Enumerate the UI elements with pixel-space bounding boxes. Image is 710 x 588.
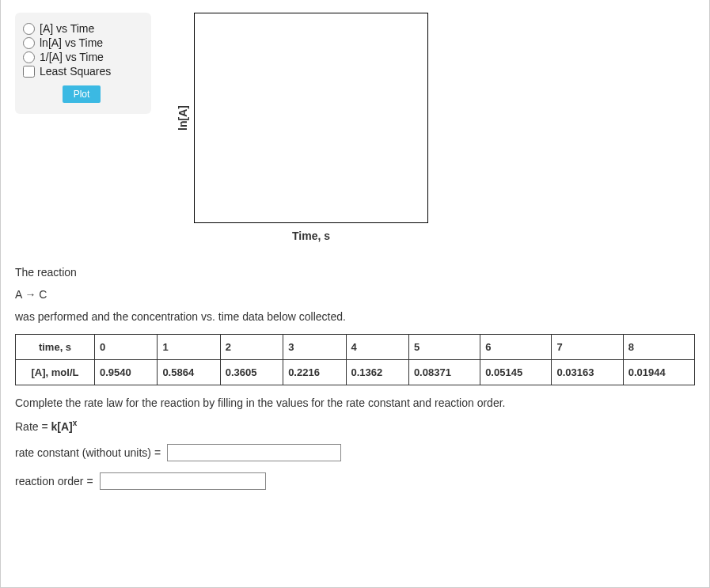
conc-cell: 0.1362 xyxy=(346,360,408,385)
checkbox-least-squares[interactable] xyxy=(23,66,35,78)
conc-cell: 0.05145 xyxy=(480,360,552,385)
radio-lna-label: ln[A] vs Time xyxy=(40,36,103,49)
chart-xlabel: Time, s xyxy=(194,230,428,242)
plot-controls-panel: [A] vs Time ln[A] vs Time 1/[A] vs Time … xyxy=(15,13,151,114)
rate-constant-row: rate constant (without units) = xyxy=(15,444,695,461)
checkbox-ls-label: Least Squares xyxy=(40,65,111,78)
intro-line-2: was performed and the concentration vs. … xyxy=(15,310,695,323)
conc-cell: 0.9540 xyxy=(95,360,158,385)
time-cell: 2 xyxy=(220,335,283,360)
rate-law-sup: x xyxy=(73,419,78,427)
conc-cell: 0.01944 xyxy=(623,360,694,385)
conc-cell: 0.2216 xyxy=(283,360,346,385)
rate-law-prefix: Rate = xyxy=(15,420,51,433)
table-row-time: time, s 0 1 2 3 4 5 6 7 8 xyxy=(16,335,695,360)
rate-law-k: k[A] xyxy=(51,420,73,433)
intro-line-1: The reaction xyxy=(15,266,695,279)
row-header-time: time, s xyxy=(16,335,95,360)
conc-cell: 0.5864 xyxy=(158,360,220,385)
radio-row-a: [A] vs Time xyxy=(23,22,140,35)
row-header-conc: [A], mol/L xyxy=(16,360,95,385)
plot-box xyxy=(194,13,428,223)
time-cell: 8 xyxy=(623,335,694,360)
reaction-equation: A → C xyxy=(15,288,695,301)
radio-inva-label: 1/[A] vs Time xyxy=(40,51,104,63)
time-cell: 0 xyxy=(95,335,158,360)
radio-row-lna: ln[A] vs Time xyxy=(23,36,140,49)
radio-a-vs-time[interactable] xyxy=(23,23,35,35)
top-row: [A] vs Time ln[A] vs Time 1/[A] vs Time … xyxy=(15,13,695,242)
conc-cell: 0.3605 xyxy=(220,360,283,385)
time-cell: 3 xyxy=(283,335,346,360)
time-cell: 5 xyxy=(408,335,480,360)
equals-sign: = xyxy=(86,475,93,487)
rate-constant-input[interactable] xyxy=(167,444,341,461)
conc-cell: 0.08371 xyxy=(408,360,480,385)
time-cell: 4 xyxy=(346,335,408,360)
problem-container: [A] vs Time ln[A] vs Time 1/[A] vs Time … xyxy=(0,0,710,588)
checkbox-row-ls: Least Squares xyxy=(23,65,140,78)
radio-a-label: [A] vs Time xyxy=(40,22,94,35)
radio-row-inva: 1/[A] vs Time xyxy=(23,51,140,63)
rate-law-formula: Rate = k[A]x xyxy=(15,419,695,433)
plot-button[interactable]: Plot xyxy=(63,85,101,103)
instruction-line: Complete the rate law for the reaction b… xyxy=(15,396,695,409)
chart-row: ln[A] xyxy=(177,13,428,223)
table-row-conc: [A], mol/L 0.9540 0.5864 0.3605 0.2216 0… xyxy=(16,360,695,385)
problem-section: The reaction A → C was performed and the… xyxy=(15,266,695,490)
chart-area: ln[A] Time, s xyxy=(177,13,428,242)
reaction-order-input[interactable] xyxy=(100,472,266,490)
plot-button-wrap: Plot xyxy=(23,85,140,103)
reaction-order-label: reaction order xyxy=(15,475,83,487)
rate-constant-label: rate constant (without units) xyxy=(15,446,151,459)
radio-inva-vs-time[interactable] xyxy=(23,51,35,63)
equals-sign: = xyxy=(154,446,161,459)
conc-cell: 0.03163 xyxy=(552,360,623,385)
time-cell: 1 xyxy=(158,335,220,360)
data-table: time, s 0 1 2 3 4 5 6 7 8 [A], mol/L 0.9… xyxy=(15,334,695,385)
time-cell: 7 xyxy=(552,335,623,360)
reaction-order-row: reaction order = xyxy=(15,472,695,490)
chart-ylabel: ln[A] xyxy=(177,105,189,131)
radio-lna-vs-time[interactable] xyxy=(23,37,35,49)
time-cell: 6 xyxy=(480,335,552,360)
